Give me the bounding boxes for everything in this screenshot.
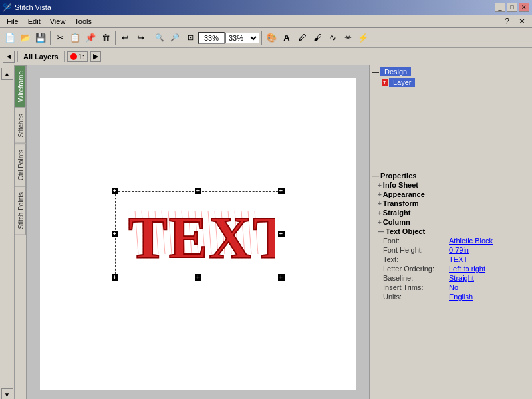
layer-label[interactable]: Layer: [389, 78, 416, 87]
delete-button[interactable]: 🗑: [98, 31, 113, 45]
color-button[interactable]: 🎨: [264, 31, 279, 45]
appearance-expand-icon: +: [378, 191, 382, 198]
handle-tl[interactable]: [112, 188, 118, 194]
sep3: [150, 31, 150, 45]
main-area: ▲ ▼ Wireframe Stitches Ctrl Points Stitc…: [0, 65, 532, 399]
sep4: [261, 31, 262, 45]
star-button[interactable]: ✳: [340, 31, 355, 45]
scroll-left-arrow[interactable]: ◄: [3, 51, 15, 63]
straight-header[interactable]: + Straight: [372, 208, 529, 217]
insert-trims-row: Insert Trims: No: [372, 283, 529, 292]
canvas-area[interactable]: TEXT TEXT TEXT: [27, 65, 369, 399]
design-label[interactable]: Design: [380, 67, 411, 76]
units-label: Units:: [383, 293, 446, 301]
zoom-input[interactable]: [198, 32, 225, 44]
all-layers-tab[interactable]: All Layers: [17, 51, 65, 62]
transform-expand-icon: +: [378, 200, 382, 207]
toolbar: 📄 📂 💾 ✂ 📋 📌 🗑 ↩ ↪ 🔍 🔎 ⊡ 33%50%100% 🎨 A 🖊…: [0, 28, 532, 48]
font-height-row: Font Height: 0.79in: [372, 245, 529, 255]
text-label: Text:: [383, 255, 446, 263]
insert-trims-value[interactable]: No: [449, 283, 458, 291]
menu-tools[interactable]: Tools: [70, 17, 96, 26]
baseline-value[interactable]: Straight: [449, 274, 474, 282]
scroll-up-arrow[interactable]: ▲: [1, 68, 13, 80]
tree-node-design[interactable]: — Design: [371, 66, 531, 77]
cut-button[interactable]: ✂: [53, 31, 67, 45]
play-button[interactable]: ▶: [90, 51, 101, 62]
paint-button[interactable]: 🖌: [310, 31, 325, 45]
handle-ml[interactable]: [112, 231, 118, 237]
text-value[interactable]: TEXT: [449, 255, 467, 263]
close-button[interactable]: ✕: [519, 3, 529, 12]
menu-bar: File Edit View Tools ? ✕: [0, 15, 532, 28]
layer-dot: [70, 53, 77, 60]
text-object-header[interactable]: — Text Object: [372, 227, 529, 236]
text-button[interactable]: A: [279, 31, 294, 45]
zoom-out-button[interactable]: 🔎: [168, 31, 182, 45]
wave-button[interactable]: ∿: [325, 31, 340, 45]
edit-button[interactable]: 🖊: [295, 31, 309, 45]
info-sheet-header[interactable]: + Info Sheet: [372, 180, 529, 190]
maximize-button[interactable]: □: [507, 3, 517, 12]
window-controls[interactable]: _ □ ✕: [495, 3, 529, 12]
right-panel: — Design T Layer — Properties + Info She…: [369, 65, 532, 399]
left-toolbar: ▲ ▼: [0, 65, 15, 399]
zoom-fit-button[interactable]: ⊡: [183, 31, 198, 45]
tab-wireframe[interactable]: Wireframe: [15, 65, 26, 108]
menu-view[interactable]: View: [46, 17, 70, 26]
tab-stitches[interactable]: Stitches: [15, 108, 26, 144]
flash-button[interactable]: ⚡: [356, 31, 370, 45]
handle-mr[interactable]: [278, 231, 285, 237]
column-header[interactable]: + Column: [372, 217, 529, 227]
copy-button[interactable]: 📋: [68, 31, 82, 45]
letter-ordering-value[interactable]: Left to right: [449, 265, 485, 273]
zoom-in-button[interactable]: 🔍: [152, 31, 167, 45]
info-sheet-expand-icon: +: [378, 182, 382, 189]
app-title: Stitch Vista: [15, 3, 51, 11]
minimize-button[interactable]: _: [495, 3, 505, 12]
help-icon[interactable]: ?: [501, 16, 513, 27]
straight-label: Straight: [383, 209, 411, 217]
column-label: Column: [383, 218, 410, 226]
layers-panel: — Design T Layer: [370, 65, 532, 168]
appearance-header[interactable]: + Appearance: [372, 190, 529, 199]
menu-file[interactable]: File: [3, 17, 23, 26]
handle-tm[interactable]: [195, 188, 201, 194]
layer-tree-icon: T: [382, 79, 388, 86]
straight-expand-icon: +: [378, 209, 382, 217]
letter-ordering-row: Letter Ordering: Left to right: [372, 264, 529, 273]
tree-collapse-icon[interactable]: —: [372, 68, 379, 76]
units-value[interactable]: English: [449, 293, 473, 301]
transform-label: Transform: [383, 200, 419, 207]
title-bar: 🪡 Stitch Vista _ □ ✕: [0, 0, 532, 15]
text-row: Text: TEXT: [372, 255, 529, 264]
close-menu-icon[interactable]: ✕: [515, 16, 529, 27]
save-button[interactable]: 💾: [33, 31, 48, 45]
properties-collapse-icon: —: [372, 172, 379, 180]
units-row: Units: English: [372, 292, 529, 301]
insert-trims-label: Insert Trims:: [383, 283, 446, 291]
transform-header[interactable]: + Transform: [372, 199, 529, 208]
layers-panel-content: — Design T Layer: [370, 65, 532, 89]
zoom-dropdown[interactable]: 33%50%100%: [225, 33, 259, 43]
font-value[interactable]: Athletic Block: [449, 237, 493, 245]
handle-tr[interactable]: [278, 188, 285, 194]
menu-edit[interactable]: Edit: [24, 17, 45, 26]
text-design[interactable]: TEXT TEXT TEXT: [115, 191, 281, 277]
handle-br[interactable]: [278, 274, 285, 281]
baseline-row: Baseline: Straight: [372, 273, 529, 283]
tab-ctrl-points[interactable]: Ctrl Points: [15, 144, 26, 186]
handle-bl[interactable]: [112, 274, 118, 281]
handle-bm[interactable]: [195, 274, 201, 281]
text-object-expand-icon: —: [378, 228, 384, 235]
open-button[interactable]: 📂: [18, 31, 33, 45]
scroll-down-arrow[interactable]: ▼: [1, 388, 13, 399]
tab-stitch-points[interactable]: Stitch Points: [15, 186, 26, 235]
undo-button[interactable]: ↩: [118, 31, 132, 45]
font-height-value[interactable]: 0.79in: [449, 246, 469, 254]
new-button[interactable]: 📄: [3, 31, 17, 45]
layer-num: 1:: [78, 53, 84, 61]
redo-button[interactable]: ↪: [133, 31, 148, 45]
tree-node-layer[interactable]: T Layer: [371, 77, 531, 88]
paste-button[interactable]: 📌: [83, 31, 98, 45]
